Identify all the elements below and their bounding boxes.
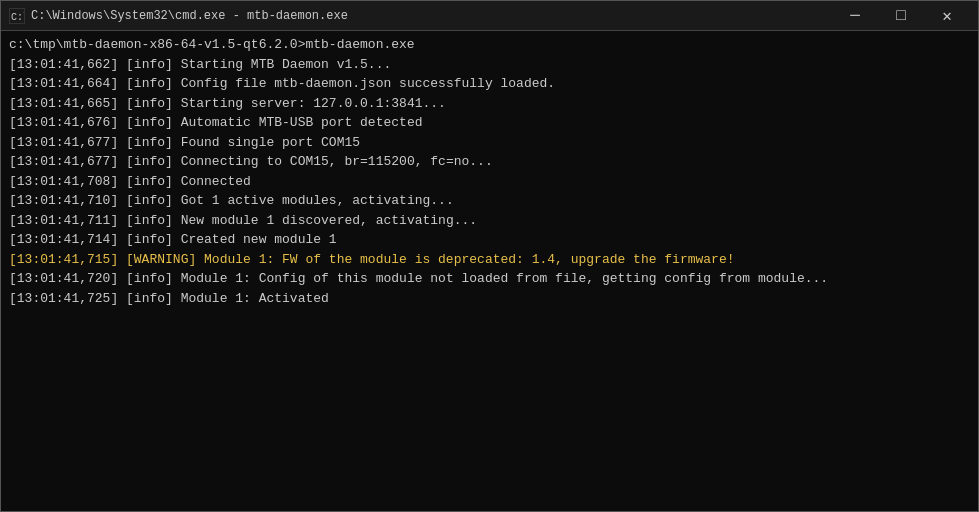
window-title: C:\Windows\System32\cmd.exe - mtb-daemon… bbox=[31, 9, 832, 23]
console-line: [13:01:41,720] [info] Module 1: Config o… bbox=[9, 269, 970, 289]
console-lines: [13:01:41,662] [info] Starting MTB Daemo… bbox=[9, 55, 970, 309]
console-line: [13:01:41,676] [info] Automatic MTB-USB … bbox=[9, 113, 970, 133]
console-line: [13:01:41,662] [info] Starting MTB Daemo… bbox=[9, 55, 970, 75]
minimize-button[interactable]: ─ bbox=[832, 1, 878, 31]
window-controls: ─ □ ✕ bbox=[832, 1, 970, 31]
console-line: [13:01:41,725] [info] Module 1: Activate… bbox=[9, 289, 970, 309]
console-line: [13:01:41,710] [info] Got 1 active modul… bbox=[9, 191, 970, 211]
console-line: [13:01:41,664] [info] Config file mtb-da… bbox=[9, 74, 970, 94]
console-line: [13:01:41,677] [info] Found single port … bbox=[9, 133, 970, 153]
console-line: [13:01:41,711] [info] New module 1 disco… bbox=[9, 211, 970, 231]
window: C:\ C:\Windows\System32\cmd.exe - mtb-da… bbox=[0, 0, 979, 512]
console-line: [13:01:41,677] [info] Connecting to COM1… bbox=[9, 152, 970, 172]
close-button[interactable]: ✕ bbox=[924, 1, 970, 31]
maximize-button[interactable]: □ bbox=[878, 1, 924, 31]
console-line: [13:01:41,714] [info] Created new module… bbox=[9, 230, 970, 250]
svg-text:C:\: C:\ bbox=[11, 12, 24, 23]
title-bar: C:\ C:\Windows\System32\cmd.exe - mtb-da… bbox=[1, 1, 978, 31]
cmd-icon: C:\ bbox=[9, 8, 25, 24]
console-output: c:\tmp\mtb-daemon-x86-64-v1.5-qt6.2.0>mt… bbox=[1, 31, 978, 511]
console-line: [13:01:41,665] [info] Starting server: 1… bbox=[9, 94, 970, 114]
console-line: [13:01:41,708] [info] Connected bbox=[9, 172, 970, 192]
path-line: c:\tmp\mtb-daemon-x86-64-v1.5-qt6.2.0>mt… bbox=[9, 35, 970, 55]
console-line: [13:01:41,715] [WARNING] Module 1: FW of… bbox=[9, 250, 970, 270]
